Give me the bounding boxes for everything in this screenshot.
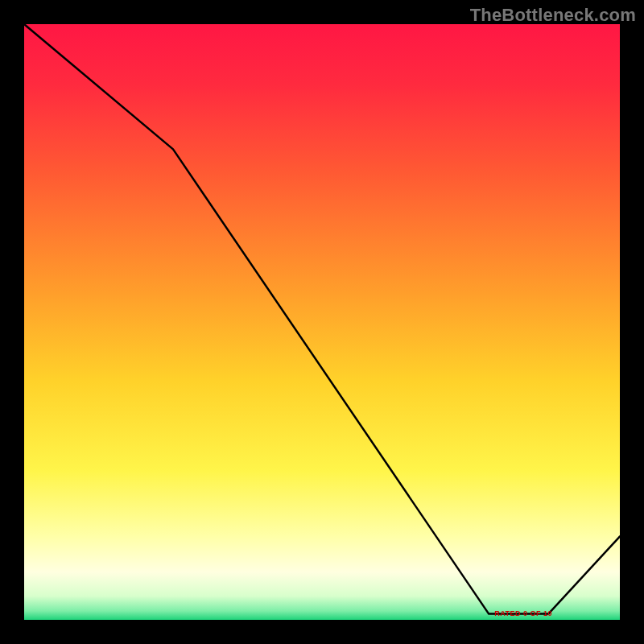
watermark-text: TheBottleneck.com	[470, 5, 636, 26]
plot-area: RATED 0 OF 10	[24, 24, 620, 620]
chart-frame: TheBottleneck.com RATED 0 OF 10	[0, 0, 644, 644]
chart-svg	[24, 24, 620, 620]
gradient-background	[24, 24, 620, 620]
overlay-annotation: RATED 0 OF 10	[494, 609, 552, 617]
